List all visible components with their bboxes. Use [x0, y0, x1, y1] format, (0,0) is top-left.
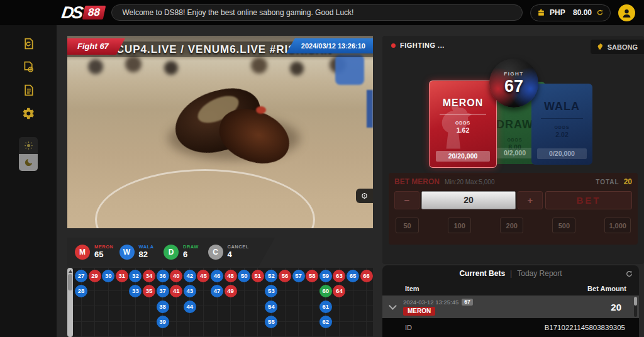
settings-gear-icon	[22, 107, 35, 120]
sidebar-item-bet-history[interactable]	[19, 34, 38, 53]
wala-count-badge: W	[119, 245, 135, 260]
bet-time-text: 2024-03-12 13:25:45	[403, 299, 458, 306]
theme-dark-button[interactable]	[19, 154, 38, 171]
cancel-count-badge: C	[208, 245, 223, 260]
sidebar-item-game-rules[interactable]	[19, 80, 38, 99]
result-cell: 28	[75, 285, 87, 297]
result-cell: 61	[319, 301, 332, 313]
decrease-amount-button[interactable]: −	[394, 191, 419, 209]
sidebar-item-cash-records[interactable]	[19, 57, 38, 76]
refresh-balance-icon[interactable]	[596, 9, 604, 16]
chevron-down-icon[interactable]	[389, 302, 397, 310]
result-cell: 40	[170, 270, 182, 282]
result-grid: 2728293031323334353637383940414243444546…	[67, 268, 373, 337]
tab-current-bets[interactable]: Current Bets	[459, 269, 505, 278]
result-cell: 27	[75, 270, 87, 282]
quick-bet-1000[interactable]: 1,000	[604, 218, 631, 233]
result-cell: 62	[319, 316, 332, 328]
draw-count-value: 6	[183, 250, 199, 260]
meron-pool-amount: 20/20,000	[436, 151, 491, 162]
results-summary-bar: M MERON65 W WALA82 D DRAW6 C CANCEL4	[67, 238, 275, 267]
result-cell: 37	[157, 285, 169, 297]
tab-today-report[interactable]: Today Report	[517, 269, 562, 278]
video-crowd	[67, 60, 74, 66]
app-root: DS 88 Welcome to DS88! Enjoy the best on…	[0, 0, 644, 337]
wala-bet-card[interactable]: WALA ODDS 2.02 0/20,000	[531, 84, 592, 165]
result-cell: 48	[225, 270, 237, 282]
sabong-badge: SABONG	[591, 40, 644, 54]
result-cell: 29	[89, 270, 101, 282]
quick-bet-50[interactable]: 50	[396, 218, 419, 233]
bet-selection-title: BET MERON	[394, 177, 440, 186]
column-bet-amount: Bet Amount	[587, 285, 626, 292]
quick-bet-100[interactable]: 100	[448, 218, 471, 233]
result-cell: 66	[360, 270, 373, 282]
result-cell: 42	[184, 270, 196, 282]
quick-bet-200[interactable]: 200	[500, 218, 523, 233]
bet-id-value: B1710221145803839305	[545, 324, 625, 331]
current-bets-panel: Current Bets | Today Report Item Bet Amo…	[382, 265, 639, 337]
fight-status-text: FIGHTING ...	[400, 41, 445, 49]
video-arena-ring	[95, 169, 315, 228]
camera-switch-button[interactable]	[356, 189, 373, 203]
bet-cards-zone: MERON ODDS 1.62 20/20,000 DRAW ODDS 8.00…	[382, 55, 644, 172]
draw-card-title: DRAW	[496, 118, 533, 131]
result-cell: 30	[102, 270, 114, 282]
bet-total-value: 20	[624, 177, 632, 186]
scroll-up-icon[interactable]	[69, 270, 72, 273]
meron-bet-card[interactable]: MERON ODDS 1.62 20/20,000	[429, 80, 497, 168]
result-cell: 43	[184, 285, 196, 297]
top-bar: DS 88 Welcome to DS88! Enjoy the best on…	[0, 0, 644, 25]
video-timestamp-ribbon: 2024/03/12 13:26:10	[286, 38, 373, 53]
welcome-marquee: Welcome to DS88! Enjoy the best online s…	[111, 4, 523, 21]
result-cell: 45	[197, 270, 209, 282]
video-blue-tarp	[335, 55, 364, 85]
user-avatar[interactable]	[618, 4, 635, 21]
logo-text-88: 88	[82, 6, 106, 19]
tab-separator: |	[510, 269, 512, 278]
fight-status-header: FIGHTING ... SABONG	[382, 36, 644, 55]
meron-count-value: 65	[94, 250, 113, 260]
increase-amount-button[interactable]: +	[518, 191, 543, 209]
result-cell: 55	[265, 316, 277, 328]
sidebar-item-settings[interactable]	[19, 104, 38, 123]
wala-pool-amount: 0/20,000	[537, 148, 587, 159]
bet-row[interactable]: 2024-03-12 13:25:45 67 MERON 20	[382, 296, 639, 318]
betting-panel: FIGHTING ... SABONG MERON ODDS 1.62 20/2…	[382, 36, 644, 264]
bet-detail-row: ID B1710221145803839305	[382, 318, 639, 337]
place-bet-button[interactable]: BET	[545, 191, 632, 209]
bets-scrollbar-thumb[interactable]	[634, 297, 637, 306]
theme-light-button[interactable]	[19, 137, 38, 154]
result-cell: 34	[143, 270, 155, 282]
result-cell: 46	[211, 270, 223, 282]
bet-total-label: TOTAL	[596, 179, 619, 185]
camera-switch-icon	[360, 192, 369, 200]
result-cell: 63	[333, 270, 345, 282]
column-item: Item	[405, 285, 419, 292]
wala-count-value: 82	[139, 250, 154, 260]
grid-scrollbar[interactable]	[67, 268, 73, 337]
briefcase-icon	[537, 9, 545, 17]
wallet-pill[interactable]: PHP 80.00	[530, 4, 611, 21]
bets-scrollbar[interactable]	[634, 297, 637, 317]
left-sidebar	[0, 25, 57, 337]
result-summary-item: D DRAW6	[164, 245, 208, 260]
sabong-badge-label: SABONG	[608, 43, 638, 51]
grid-scrollbar-thumb[interactable]	[68, 274, 72, 290]
fight-circle-label: FIGHT	[504, 71, 524, 77]
user-avatar-icon	[621, 7, 633, 19]
fight-number-circle: FIGHT 67	[489, 58, 538, 108]
wallet-balance: 80.00	[573, 8, 592, 17]
refresh-bets-button[interactable]	[625, 269, 633, 280]
quick-bet-500[interactable]: 500	[552, 218, 575, 233]
result-cell: 32	[129, 270, 142, 282]
result-cell: 50	[238, 270, 250, 282]
result-cell: 35	[143, 285, 155, 297]
bets-tabs: Current Bets | Today Report	[382, 265, 639, 282]
wala-odds-label: ODDS	[554, 125, 569, 130]
bet-amount-input[interactable]: 20	[421, 191, 516, 209]
wallet-currency: PHP	[550, 8, 565, 17]
ds88-logo[interactable]: DS 88	[62, 3, 104, 23]
result-cell: 56	[279, 270, 291, 282]
cancel-count-value: 4	[228, 250, 249, 260]
